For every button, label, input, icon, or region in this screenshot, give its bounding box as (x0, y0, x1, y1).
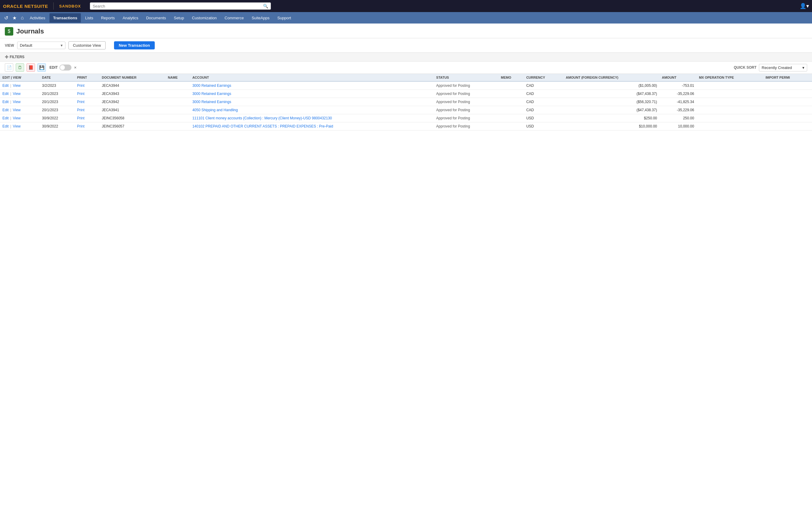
cell-print: Print (74, 114, 99, 122)
cell-account: 140102 PREPAID AND OTHER CURRENT ASSETS … (190, 122, 434, 130)
table-row: Edit | View 20/1/2023 Print JECA3942 300… (0, 98, 812, 106)
nav-commerce[interactable]: Commerce (221, 13, 248, 22)
account-link[interactable]: 111101 Client money accounts (Collection… (193, 116, 332, 120)
table-header: EDIT | VIEW DATE PRINT DOCUMENT NUMBER N… (0, 74, 812, 81)
nav-star-icon[interactable]: ★ (10, 14, 18, 22)
pdf-icon-button[interactable]: 📕 (27, 63, 35, 72)
account-link[interactable]: 3000 Retained Earnings (193, 83, 232, 88)
view-link[interactable]: View (13, 124, 20, 128)
cell-date: 30/9/2022 (40, 122, 74, 130)
cell-date: 20/1/2023 (40, 106, 74, 114)
account-link[interactable]: 140102 PREPAID AND OTHER CURRENT ASSETS … (193, 124, 333, 128)
view-dropdown-arrow: ▾ (61, 43, 63, 48)
cell-mx-op-type (697, 114, 763, 122)
customise-view-button[interactable]: Customise View (68, 41, 106, 49)
nav-documents[interactable]: Documents (142, 13, 169, 22)
print-link[interactable]: Print (77, 116, 85, 120)
cell-import-permi (763, 90, 812, 98)
edit-link[interactable]: Edit (2, 108, 9, 112)
cell-amount-foreign: $250.00 (563, 114, 659, 122)
nav-home-icon[interactable]: ⌂ (19, 14, 26, 22)
filters-plus-icon: ✚ (5, 55, 8, 59)
cell-name (166, 98, 190, 106)
cell-mx-op-type (697, 81, 763, 90)
edit-link[interactable]: Edit (2, 116, 9, 120)
cell-import-permi (763, 114, 812, 122)
edit-link[interactable]: Edit (2, 83, 9, 88)
col-amount: AMOUNT (659, 74, 697, 81)
nav-transactions[interactable]: Transactions (49, 13, 81, 22)
toggle-close-icon[interactable]: ✕ (74, 66, 77, 70)
cell-print: Print (74, 98, 99, 106)
nav-refresh-icon[interactable]: ↺ (2, 14, 10, 22)
journals-table: EDIT | VIEW DATE PRINT DOCUMENT NUMBER N… (0, 74, 812, 130)
cell-currency: USD (524, 114, 563, 122)
cell-status: Approved for Posting (434, 90, 498, 98)
filters-button[interactable]: ✚ FILTERS (5, 55, 24, 59)
logo: ORACLE NETSUITE (3, 4, 48, 9)
quick-sort-value: Recently Created (762, 65, 792, 70)
cell-name (166, 114, 190, 122)
copy-icon-button[interactable]: 📄 (5, 63, 13, 72)
nav-support[interactable]: Support (273, 13, 295, 22)
nav-customization[interactable]: Customization (188, 13, 220, 22)
search-icon: 🔍 (263, 4, 268, 8)
col-mx-op-type: MX OPERATION TYPE (697, 74, 763, 81)
cell-edit-view: Edit | View (0, 81, 40, 90)
user-menu-icon[interactable]: 👤▾ (800, 3, 809, 9)
view-link[interactable]: View (13, 108, 20, 112)
cell-currency: CAD (524, 98, 563, 106)
table-row: Edit | View 3/2/2023 Print JECA3944 3000… (0, 81, 812, 90)
edit-toggle-switch[interactable] (59, 64, 71, 70)
cell-status: Approved for Posting (434, 106, 498, 114)
account-link[interactable]: 3000 Retained Earnings (193, 92, 232, 96)
view-link[interactable]: View (13, 83, 20, 88)
print-link[interactable]: Print (77, 92, 85, 96)
cell-doc-number: JEINC356057 (99, 122, 165, 130)
actions-bar: 📄 🗒 📕 💾 EDIT ✕ QUICK SORT Recently Creat… (0, 61, 812, 74)
cell-account: 3000 Retained Earnings (190, 90, 434, 98)
save-icon-button[interactable]: 💾 (37, 63, 46, 72)
account-link[interactable]: 3000 Retained Earnings (193, 100, 232, 104)
top-right-icons: 👤▾ (800, 3, 809, 9)
account-link[interactable]: 4050 Shipping and Handling (193, 108, 238, 112)
nav-lists[interactable]: Lists (82, 13, 97, 22)
print-link[interactable]: Print (77, 124, 85, 128)
edit-link[interactable]: Edit (2, 100, 9, 104)
cell-edit-view: Edit | View (0, 90, 40, 98)
cell-print: Print (74, 106, 99, 114)
edit-link[interactable]: Edit (2, 92, 9, 96)
new-transaction-button[interactable]: New Transaction (114, 41, 155, 49)
view-dropdown[interactable]: Default ▾ (17, 42, 65, 49)
quick-sort-dropdown[interactable]: Recently Created ▾ (759, 64, 807, 71)
cell-account: 4050 Shipping and Handling (190, 106, 434, 114)
print-link[interactable]: Print (77, 100, 85, 104)
nav-suiteapps[interactable]: SuiteApps (248, 13, 273, 22)
col-name: NAME (166, 74, 190, 81)
table-row: Edit | View 20/1/2023 Print JECA3943 300… (0, 90, 812, 98)
cell-currency: CAD (524, 90, 563, 98)
nav-analytics[interactable]: Analytics (119, 13, 142, 22)
table-row: Edit | View 30/9/2022 Print JEINC356057 … (0, 122, 812, 130)
edit-link[interactable]: Edit (2, 124, 9, 128)
view-link[interactable]: View (13, 116, 20, 120)
divider (53, 2, 54, 10)
nav-setup[interactable]: Setup (170, 13, 188, 22)
nav-activities[interactable]: Activities (26, 13, 49, 22)
print-link[interactable]: Print (77, 108, 85, 112)
col-import-permi: IMPORT PERMI (763, 74, 812, 81)
cell-amount: 250.00 (659, 114, 697, 122)
cell-name (166, 90, 190, 98)
print-link[interactable]: Print (77, 83, 85, 88)
view-link[interactable]: View (13, 92, 20, 96)
cell-import-permi (763, 106, 812, 114)
cell-print: Print (74, 122, 99, 130)
view-link[interactable]: View (13, 100, 20, 104)
search-bar[interactable]: 🔍 (90, 2, 271, 10)
search-input[interactable] (93, 4, 263, 8)
cell-date: 30/9/2022 (40, 114, 74, 122)
nav-reports[interactable]: Reports (97, 13, 118, 22)
top-bar: ORACLE NETSUITE SANDBOX 🔍 👤▾ (0, 0, 812, 12)
excel-icon-button[interactable]: 🗒 (16, 63, 24, 72)
cell-currency: CAD (524, 106, 563, 114)
